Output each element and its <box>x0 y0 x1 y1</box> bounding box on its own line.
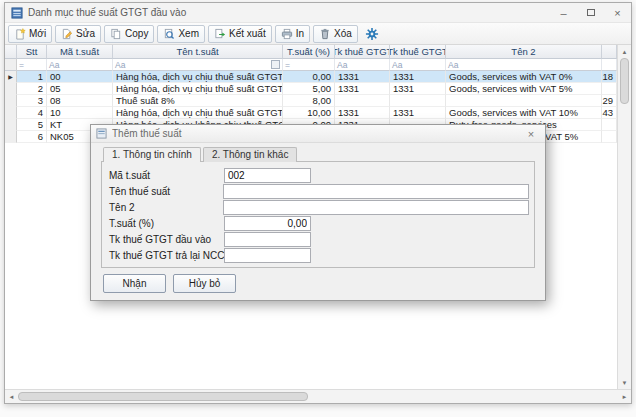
view-button-label: Xem <box>178 28 199 39</box>
grid-header-row: SttMã t.suấtTên t.suấtT.suất (%)Tk thuế … <box>5 45 617 59</box>
cell-tsuat[interactable]: 5,00 <box>283 83 335 95</box>
field-input-tk-thue-gtgt-tra-lai-ncc[interactable] <box>224 248 311 263</box>
view-button[interactable]: Xem <box>157 25 205 43</box>
field-input-ma-t-suat[interactable] <box>224 168 311 183</box>
dialog-title: Thêm thuế suất <box>112 128 522 139</box>
accept-button[interactable]: Nhận <box>103 274 166 293</box>
cell-tk2[interactable]: 1331 <box>390 71 446 83</box>
dialog-tabs: 1. Thông tin chính 2. Thông tin khác <box>101 147 535 162</box>
column-header-tsuat[interactable]: T.suất (%) <box>283 45 335 59</box>
new-button[interactable]: Mới <box>8 25 52 43</box>
filter-cell-ma[interactable]: Aa <box>47 59 113 71</box>
cancel-button[interactable]: Hủy bỏ <box>173 274 236 293</box>
dialog-titlebar[interactable]: Thêm thuế suất × <box>91 125 545 143</box>
cell-tsuat[interactable]: 10,00 <box>283 107 335 119</box>
column-header-ten2[interactable]: Tên 2 <box>446 45 602 59</box>
window-titlebar[interactable]: Danh mục thuế suất GTGT đầu vào – × <box>5 3 631 23</box>
edit-button[interactable]: Sửa <box>55 25 101 43</box>
filter-picker-icon[interactable] <box>271 60 280 69</box>
cell-stt[interactable]: 3 <box>17 95 47 107</box>
cell-tk2[interactable] <box>390 95 446 107</box>
column-header-ten[interactable]: Tên t.suất <box>113 45 283 59</box>
cell-ma[interactable]: 08 <box>47 95 113 107</box>
column-header-tk2[interactable]: Tk thuế GTGT <box>390 45 446 59</box>
cell-tsuat[interactable]: 0,00 <box>283 71 335 83</box>
row-indicator <box>5 107 17 119</box>
filter-cell-ten2[interactable]: Aa <box>446 59 602 71</box>
print-button[interactable]: In <box>275 25 310 43</box>
cell-ten[interactable]: Hàng hóa, dịch vụ chịu thuế suất GTGT 10… <box>113 107 283 119</box>
column-header-stt[interactable]: Stt <box>17 45 47 59</box>
cell-extra[interactable]: 29 <box>602 95 617 107</box>
column-header-ma[interactable]: Mã t.suất <box>47 45 113 59</box>
cell-tk1[interactable]: 1331 <box>335 83 390 95</box>
scroll-down-icon[interactable]: ▼ <box>618 376 631 389</box>
cell-ten2[interactable]: Goods, services with VAT 10% <box>446 107 602 119</box>
cell-extra[interactable] <box>602 119 617 131</box>
cell-ten[interactable]: Thuế suất 8% <box>113 95 283 107</box>
tab-main-info[interactable]: 1. Thông tin chính <box>103 147 201 162</box>
cell-ten2[interactable]: Goods, services with VAT 0% <box>446 71 602 83</box>
tab-other-info[interactable]: 2. Thông tin khác <box>203 147 298 162</box>
vertical-scrollbar[interactable]: ▲ ▼ <box>617 45 631 389</box>
copy-button[interactable]: Copy <box>104 25 154 43</box>
table-row[interactable]: 308Thuế suất 8%8,0029 <box>5 95 617 107</box>
cell-extra[interactable]: 18 <box>602 71 617 83</box>
column-header-tk1[interactable]: Tk thuế GTGT <box>335 45 390 59</box>
cell-stt[interactable]: 6 <box>17 131 47 143</box>
cell-ten[interactable]: Hàng hóa, dịch vụ chịu thuế suất GTGT 5% <box>113 83 283 95</box>
cell-tk2[interactable]: 1331 <box>390 83 446 95</box>
cell-stt[interactable]: 4 <box>17 107 47 119</box>
cell-stt[interactable]: 2 <box>17 83 47 95</box>
cell-tk1[interactable] <box>335 95 390 107</box>
settings-gear-icon[interactable] <box>365 27 379 41</box>
filter-cell-stt[interactable]: = <box>17 59 47 71</box>
field-input-t-suat-pct[interactable] <box>224 216 311 231</box>
cell-stt[interactable]: 1 <box>17 71 47 83</box>
cell-ma[interactable]: 10 <box>47 107 113 119</box>
filter-cell-tsuat[interactable]: = <box>283 59 335 71</box>
filter-cell-extra[interactable] <box>602 59 617 71</box>
horizontal-scrollbar[interactable]: ◄ ► <box>5 389 631 403</box>
cell-ten2[interactable] <box>446 95 602 107</box>
cell-ten[interactable]: Hàng hóa, dịch vụ chịu thuế suất GTGT 0% <box>113 71 283 83</box>
filter-cell-tk1[interactable]: Aa <box>335 59 390 71</box>
maximize-button[interactable] <box>577 3 604 22</box>
minimize-icon: – <box>560 7 566 19</box>
cell-tk1[interactable]: 1331 <box>335 71 390 83</box>
scroll-right-icon[interactable]: ► <box>618 390 631 403</box>
field-input-ten-2[interactable] <box>223 200 529 215</box>
app-icon <box>11 7 23 19</box>
form-field-tk-thue-gtgt-tra-lai-ncc: Tk thuế GTGT trả lại NCC <box>107 247 529 263</box>
filter-type-icon: Aa <box>448 60 458 70</box>
cell-ma[interactable]: 05 <box>47 83 113 95</box>
table-row[interactable]: 205Hàng hóa, dịch vụ chịu thuế suất GTGT… <box>5 83 617 95</box>
vertical-scroll-thumb[interactable] <box>620 58 629 104</box>
filter-type-icon: = <box>19 60 24 70</box>
minimize-button[interactable]: – <box>550 3 577 22</box>
cell-extra[interactable]: 43 <box>602 107 617 119</box>
scroll-up-icon[interactable]: ▲ <box>618 45 631 58</box>
table-row[interactable]: 410Hàng hóa, dịch vụ chịu thuế suất GTGT… <box>5 107 617 119</box>
cell-ten2[interactable]: Goods, services with VAT 5% <box>446 83 602 95</box>
field-input-tk-thue-gtgt-dau-vao[interactable] <box>224 232 311 247</box>
cell-tk1[interactable]: 1331 <box>335 107 390 119</box>
field-input-ten-thue-suat[interactable] <box>223 184 529 199</box>
cell-tk2[interactable]: 1331 <box>390 107 446 119</box>
horizontal-scroll-thumb[interactable] <box>18 392 308 401</box>
delete-button[interactable]: Xóa <box>313 25 358 43</box>
cell-extra[interactable] <box>602 131 617 143</box>
cell-ma[interactable]: 00 <box>47 71 113 83</box>
dialog-close-button[interactable]: × <box>522 128 540 140</box>
table-row[interactable]: ▶100Hàng hóa, dịch vụ chịu thuế suất GTG… <box>5 71 617 83</box>
cell-extra[interactable] <box>602 83 617 95</box>
scroll-left-icon[interactable]: ◄ <box>5 390 18 403</box>
filter-cell-tk2[interactable]: Aa <box>390 59 446 71</box>
export-button[interactable]: Kết xuất <box>208 25 272 43</box>
export-icon <box>214 28 226 40</box>
close-button[interactable]: × <box>604 3 631 22</box>
dialog-close-icon: × <box>528 128 534 140</box>
cell-stt[interactable]: 5 <box>17 119 47 131</box>
filter-cell-ten[interactable]: Aa <box>113 59 283 71</box>
cell-tsuat[interactable]: 8,00 <box>283 95 335 107</box>
